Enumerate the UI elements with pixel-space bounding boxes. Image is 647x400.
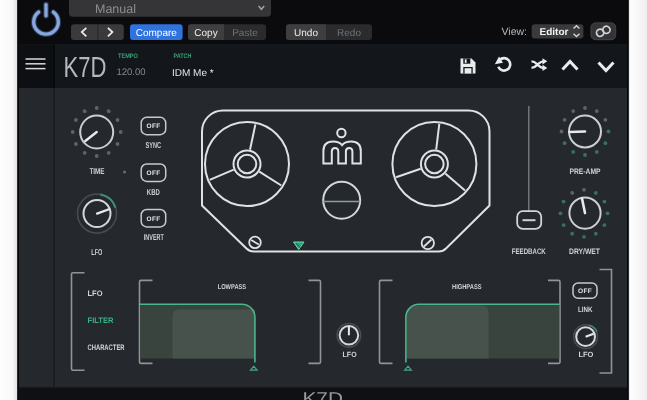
svg-text:LFO: LFO (88, 289, 103, 298)
svg-text:K7D: K7D (302, 389, 343, 400)
svg-text:View:: View: (502, 26, 528, 38)
svg-text:IDM Me *: IDM Me * (172, 68, 214, 79)
svg-text:DRY/WET: DRY/WET (569, 247, 600, 256)
svg-text:OFF: OFF (147, 216, 161, 223)
svg-text:Editor: Editor (540, 27, 569, 38)
svg-text:OFF: OFF (147, 170, 161, 177)
svg-text:PATCH: PATCH (174, 53, 192, 60)
svg-text:TEMPO: TEMPO (118, 53, 138, 60)
svg-text:Copy: Copy (194, 28, 217, 39)
svg-text:KBD: KBD (147, 187, 160, 197)
svg-text:120.00: 120.00 (117, 67, 146, 78)
svg-text:Paste: Paste (232, 28, 258, 39)
svg-text:LFO: LFO (91, 247, 102, 257)
svg-text:SYNC: SYNC (146, 140, 162, 150)
svg-text:Compare: Compare (136, 28, 178, 39)
svg-text:OFF: OFF (578, 288, 592, 295)
svg-text:HIGHPASS: HIGHPASS (452, 284, 482, 291)
svg-text:Undo: Undo (294, 28, 318, 39)
svg-text:FEEDBACK: FEEDBACK (512, 247, 546, 256)
svg-text:Redo: Redo (337, 28, 361, 39)
svg-text:PRE-AMP: PRE-AMP (570, 167, 602, 176)
svg-text:LINK: LINK (578, 305, 593, 314)
svg-text:LFO: LFO (343, 350, 357, 359)
svg-text:INVERT: INVERT (144, 232, 165, 242)
svg-text:LOWPASS: LOWPASS (218, 284, 247, 291)
svg-text:K7D: K7D (64, 52, 107, 84)
svg-text:OFF: OFF (147, 123, 161, 130)
svg-text:TIME: TIME (89, 166, 104, 176)
svg-text:FILTER: FILTER (88, 316, 114, 325)
svg-text:LFO: LFO (578, 350, 593, 359)
svg-text:Manual: Manual (95, 2, 136, 16)
svg-text:CHARACTER: CHARACTER (88, 343, 125, 352)
